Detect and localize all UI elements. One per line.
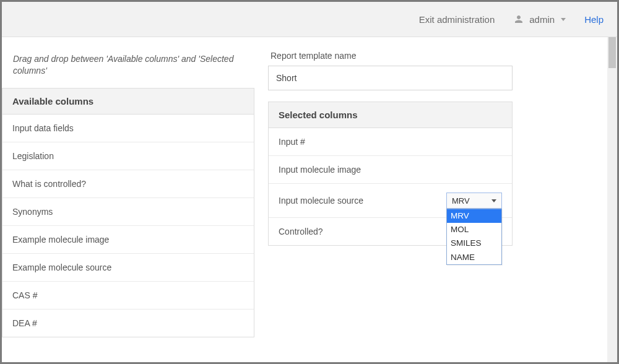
available-column-item[interactable]: CAS # (2, 282, 254, 310)
format-option[interactable]: MRV (447, 209, 501, 223)
top-bar: Exit administration admin Help (2, 2, 617, 37)
selected-column-label: Input # (279, 137, 305, 147)
format-select-value: MRV (452, 196, 470, 206)
scrollbar[interactable] (607, 37, 617, 362)
selected-columns-panel: Selected columns Input #Input molecule i… (268, 102, 513, 246)
format-dropdown: MRVMOLSMILESNAME (446, 209, 502, 265)
user-name-label: admin (529, 14, 555, 25)
available-column-item[interactable]: Input data fields (2, 115, 254, 142)
available-column-item[interactable]: Synonyms (2, 198, 254, 226)
selected-column-item[interactable]: Input # (269, 128, 512, 156)
chevron-down-icon (561, 18, 566, 21)
available-columns-panel: Available columns Input data fieldsLegis… (2, 88, 254, 337)
right-column: Report template name Selected columns In… (268, 37, 513, 337)
available-column-item[interactable]: Example molecule source (2, 254, 254, 282)
selected-column-label: Controlled? (279, 227, 323, 236)
user-icon (513, 14, 524, 25)
template-name-input[interactable] (268, 66, 513, 90)
available-column-item[interactable]: Example molecule image (2, 226, 254, 254)
chevron-down-icon (491, 199, 496, 202)
selected-column-label: Input molecule source (279, 196, 363, 206)
scrollbar-thumb[interactable] (608, 37, 616, 68)
selected-columns-header: Selected columns (269, 102, 512, 128)
selected-column-item[interactable]: Input molecule sourceMRVMRVMOLSMILESNAME (269, 184, 512, 218)
available-column-item[interactable]: DEA # (2, 310, 254, 337)
help-link[interactable]: Help (584, 14, 604, 25)
content-area: Drag and drop between 'Available columns… (2, 37, 617, 337)
format-option[interactable]: NAME (447, 251, 501, 264)
selected-column-item[interactable]: Input molecule image (269, 156, 512, 184)
user-menu[interactable]: admin (513, 14, 566, 25)
selected-column-label: Input molecule image (279, 165, 361, 175)
format-select[interactable]: MRV (446, 193, 502, 209)
format-option[interactable]: SMILES (447, 236, 501, 250)
left-column: Drag and drop between 'Available columns… (2, 37, 254, 337)
available-columns-header: Available columns (2, 89, 254, 115)
app-frame: Exit administration admin Help Drag and … (0, 0, 619, 364)
available-column-item[interactable]: What is controlled? (2, 170, 254, 198)
drag-instructions: Drag and drop between 'Available columns… (2, 37, 254, 88)
available-column-item[interactable]: Legislation (2, 142, 254, 170)
template-name-label: Report template name (268, 37, 513, 66)
exit-administration-link[interactable]: Exit administration (419, 14, 495, 25)
format-select-wrap: MRVMRVMOLSMILESNAME (446, 193, 502, 209)
format-option[interactable]: MOL (447, 223, 501, 236)
